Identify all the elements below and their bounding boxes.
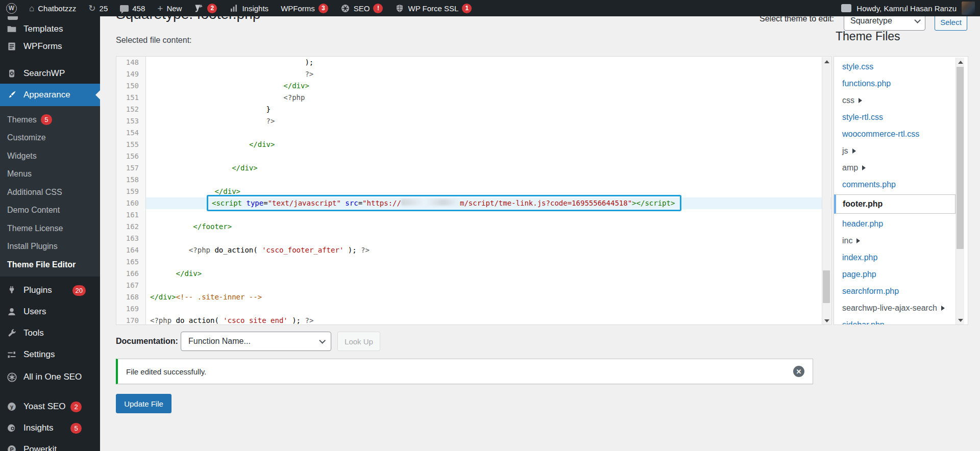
yoast-menu[interactable]: 2 (188, 0, 223, 16)
sidebar-item-settings[interactable]: Settings (0, 344, 100, 365)
code-line[interactable]: 169 (116, 303, 831, 315)
gear-circle-icon (0, 372, 23, 383)
function-name-dropdown[interactable]: Function Name... (181, 332, 331, 351)
sidebar-item-wpforms[interactable]: WPForms (0, 38, 100, 55)
sidebar-item-appearance[interactable]: Appearance (0, 84, 100, 106)
theme-file-style.css[interactable]: style.css (834, 58, 968, 75)
updates-menu[interactable]: ↻ 25 (82, 0, 114, 16)
sidebar-item-tools[interactable]: Tools (0, 322, 100, 344)
sidebar-item-theme-file-editor[interactable]: Theme File Editor (0, 256, 100, 274)
wpforms-menu[interactable]: WPForms 3 (275, 0, 334, 16)
theme-file-page.php[interactable]: page.php (834, 266, 968, 283)
scroll-up-arrow[interactable] (956, 58, 965, 66)
code-line[interactable]: 155 </div> (116, 139, 831, 151)
code-line[interactable]: 153 ?> (116, 115, 831, 127)
sidebar-item-demo-content[interactable]: Demo Content (0, 202, 100, 220)
sidebar-item-additional-css[interactable]: Additional CSS (0, 183, 100, 202)
theme-file-js[interactable]: js (834, 142, 968, 159)
update-file-button[interactable]: Update File (116, 394, 172, 413)
editor-scrollbar[interactable] (822, 57, 830, 325)
code-line[interactable]: 157 </div> (116, 162, 831, 174)
sidebar-item-users[interactable]: Users (0, 301, 100, 322)
admin-sidebar: Templates WPForms SearchWP Appearance Th… (0, 0, 100, 451)
theme-file-label: page.php (842, 270, 876, 279)
new-content-menu[interactable]: + New (151, 0, 188, 16)
code-line[interactable]: 162 </footer> (116, 221, 831, 233)
code-line[interactable]: 165 (116, 256, 831, 268)
wordpress-logo-menu[interactable]: W (0, 0, 23, 16)
sidebar-item-templates[interactable]: Templates (0, 20, 100, 38)
line-number: 156 (116, 151, 146, 162)
theme-file-woocommerce-rtl.css[interactable]: woocommerce-rtl.css (834, 126, 968, 142)
code-token: ?> (361, 246, 370, 254)
code-line[interactable]: 170<?php do_action( 'csco_site_end' ); ?… (116, 315, 831, 325)
editor-scroll-thumb[interactable] (823, 270, 830, 303)
code-line[interactable]: 154 (116, 127, 831, 139)
code-token (150, 70, 305, 78)
code-line[interactable]: 168</div><!-- .site-inner --> (116, 291, 831, 303)
wp-force-ssl-menu[interactable]: WP Force SSL 1 (389, 0, 478, 16)
sidebar-item-insights[interactable]: Insights 5 (0, 417, 100, 439)
line-number: 164 (116, 244, 146, 256)
theme-files-scrollbar[interactable] (955, 58, 964, 324)
sidebar-item-themes[interactable]: Themes5 (0, 111, 100, 129)
theme-file-footer.php[interactable]: footer.php (834, 194, 955, 214)
theme-file-comments.php[interactable]: comments.php (834, 176, 968, 193)
appearance-submenu: Themes5 Customize Widgets Menus Addition… (0, 106, 100, 277)
theme-file-sidebar.php[interactable]: sidebar.php (834, 316, 968, 325)
theme-file-searchform.php[interactable]: searchform.php (834, 283, 968, 299)
scroll-down-arrow[interactable] (956, 316, 965, 324)
sidebar-item-theme-license[interactable]: Theme License (0, 219, 100, 238)
sidebar-item-customize[interactable]: Customize (0, 129, 100, 147)
code-line[interactable]: 149 ?> (116, 68, 831, 80)
avatar[interactable] (962, 2, 975, 15)
code-token: <script (212, 199, 242, 207)
theme-file-css[interactable]: css (834, 92, 968, 109)
theme-file-inc[interactable]: inc (834, 232, 968, 249)
sidebar-item-install-plugins[interactable]: Install Plugins (0, 238, 100, 256)
theme-file-amp[interactable]: amp (834, 159, 968, 176)
line-number: 151 (116, 92, 146, 104)
theme-file-label: js (842, 146, 848, 156)
code-line[interactable]: 150 </div> (116, 80, 831, 92)
sidebar-item-widgets[interactable]: Widgets (0, 147, 100, 165)
sidebar-item-yoast-seo[interactable]: y Yoast SEO 2 (0, 396, 100, 417)
seo-menu[interactable]: SEO ! (334, 0, 389, 16)
code-line[interactable]: 148 ); (116, 57, 831, 68)
code-line[interactable]: 160 <script type="text/javascript" src="… (116, 197, 831, 209)
scroll-down-arrow[interactable] (822, 316, 831, 325)
sidebar-item-searchwp[interactable]: SearchWP (0, 64, 100, 83)
code-line[interactable]: 167 (116, 280, 831, 291)
comments-menu[interactable]: 458 (114, 0, 151, 16)
code-line[interactable]: 152 } (116, 104, 831, 115)
sidebar-item-powerkit[interactable]: P Powerkit (0, 439, 100, 451)
chat-display-icon[interactable] (841, 4, 851, 12)
scroll-up-arrow[interactable] (822, 57, 831, 66)
success-notice: File edited successfully. ✕ (116, 359, 813, 384)
code-token: <!-- .site-inner --> (176, 293, 262, 301)
theme-file-index.php[interactable]: index.php (834, 249, 968, 266)
theme-file-style-rtl.css[interactable]: style-rtl.css (834, 109, 968, 126)
site-name-menu[interactable]: ⌂ Chatbotzzz (23, 0, 82, 16)
line-number: 162 (116, 221, 146, 233)
dismiss-notice-icon[interactable]: ✕ (793, 366, 804, 377)
sidebar-item-menus[interactable]: Menus (0, 165, 100, 184)
files-scroll-thumb[interactable] (957, 67, 964, 249)
theme-file-functions.php[interactable]: functions.php (834, 75, 968, 92)
theme-file-header.php[interactable]: header.php (834, 215, 968, 232)
code-line[interactable]: 158 (116, 174, 831, 186)
code-line[interactable]: 164 <?php do_action( 'csco_footer_after'… (116, 244, 831, 256)
howdy-label[interactable]: Howdy, Kamrul Hasan Ranzu (856, 4, 957, 13)
ssl-label: WP Force SSL (408, 4, 458, 13)
code-line[interactable]: 156 (116, 151, 831, 162)
admin-bar: W ⌂ Chatbotzzz ↻ 25 458 + New 2 Insights… (0, 0, 980, 16)
sidebar-item-plugins[interactable]: Plugins 20 (0, 280, 100, 301)
sidebar-item-all-in-one-seo[interactable]: All in One SEO (0, 365, 100, 389)
code-editor[interactable]: 148 );149 ?>150 </div>151 <?php152 }153 (116, 56, 831, 325)
lookup-button[interactable]: Look Up (337, 332, 380, 351)
code-line[interactable]: 166 </div> (116, 268, 831, 280)
code-line[interactable]: 163 (116, 233, 831, 244)
theme-file-searchwp-live-ajax-search[interactable]: searchwp-live-ajax-search (834, 299, 968, 316)
code-line[interactable]: 151 <?php (116, 92, 831, 104)
insights-menu[interactable]: Insights (223, 0, 275, 16)
